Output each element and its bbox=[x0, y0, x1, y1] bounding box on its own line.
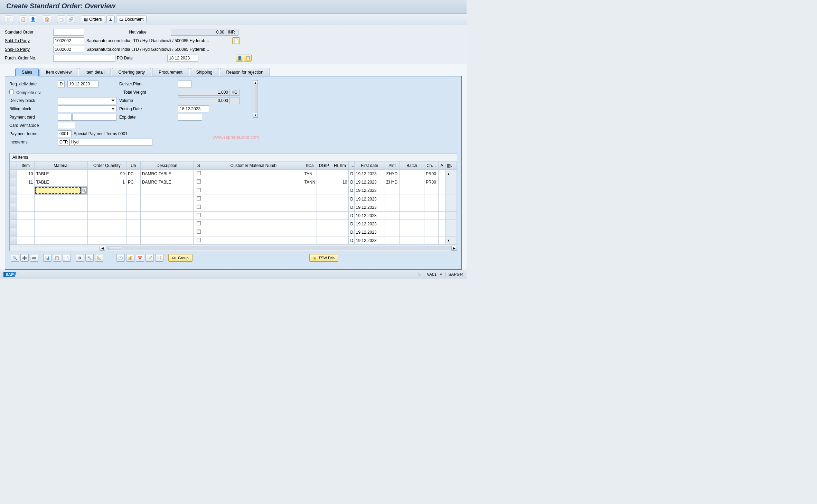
cell-cn[interactable] bbox=[424, 236, 438, 245]
card-verif-input[interactable] bbox=[58, 122, 75, 129]
cell-itca[interactable] bbox=[303, 203, 317, 212]
row-checkbox[interactable] bbox=[197, 221, 201, 225]
cell-description[interactable] bbox=[140, 195, 193, 203]
cell-item[interactable] bbox=[17, 195, 35, 203]
material-search-button[interactable]: 🔍 bbox=[81, 187, 87, 194]
row-checkbox[interactable] bbox=[197, 196, 201, 200]
row-checkbox[interactable] bbox=[197, 205, 201, 209]
cell-material[interactable] bbox=[35, 212, 87, 220]
cell-s[interactable] bbox=[194, 195, 204, 203]
cell-unit[interactable]: PC bbox=[126, 178, 141, 186]
cell-dgip[interactable] bbox=[317, 186, 331, 195]
cell-item[interactable] bbox=[17, 186, 35, 195]
payment-card-input2[interactable] bbox=[72, 114, 116, 121]
cell-itca[interactable] bbox=[303, 186, 317, 195]
cell-first-date[interactable]: 19.12.2023 bbox=[354, 220, 385, 228]
history-button[interactable]: 🕐 bbox=[116, 254, 125, 262]
tab-sales[interactable]: Sales bbox=[15, 68, 39, 76]
cell-customer-material[interactable] bbox=[204, 203, 303, 212]
cell-a[interactable] bbox=[438, 186, 445, 195]
cell-cn[interactable] bbox=[424, 212, 438, 220]
row-selector[interactable] bbox=[10, 186, 17, 195]
cell-dgip[interactable] bbox=[317, 220, 331, 228]
cell-a[interactable] bbox=[438, 203, 445, 212]
cell-material[interactable]: TABLE bbox=[35, 178, 87, 186]
cell-dgip[interactable] bbox=[317, 228, 331, 236]
cell-date-type[interactable]: D bbox=[349, 220, 354, 228]
cell-plant[interactable] bbox=[385, 212, 400, 220]
cell-batch[interactable] bbox=[400, 203, 424, 212]
table-row[interactable]: D19.12.2023 bbox=[10, 212, 457, 220]
cell-itca[interactable] bbox=[303, 220, 317, 228]
delivery-block-select[interactable] bbox=[58, 97, 116, 104]
costing-button[interactable]: 💰 bbox=[126, 254, 134, 262]
grid-col-14[interactable]: Cn… bbox=[424, 161, 438, 170]
cell-s[interactable] bbox=[194, 236, 204, 245]
cell-cn[interactable] bbox=[424, 186, 438, 195]
cell-item[interactable] bbox=[17, 203, 35, 212]
cell-material[interactable]: TABLE bbox=[35, 170, 87, 178]
cell-a[interactable] bbox=[438, 170, 445, 178]
cell-item[interactable]: 11 bbox=[17, 178, 35, 186]
item-detail2-button[interactable]: 📋 bbox=[53, 254, 61, 262]
cell-plant[interactable] bbox=[385, 228, 400, 236]
cell-itca[interactable] bbox=[303, 236, 317, 245]
cell-qty[interactable] bbox=[87, 228, 126, 236]
cell-s[interactable] bbox=[194, 170, 204, 178]
hscroll-right-button[interactable]: ▶ bbox=[451, 246, 457, 251]
item-detail3-button[interactable]: 📄 bbox=[63, 254, 71, 262]
row-checkbox[interactable] bbox=[197, 188, 201, 192]
cell-qty[interactable] bbox=[87, 212, 126, 220]
cell-hlitm[interactable] bbox=[331, 170, 349, 178]
cell-qty[interactable] bbox=[87, 220, 126, 228]
cell-batch[interactable] bbox=[400, 178, 424, 186]
cell-plant[interactable] bbox=[385, 220, 400, 228]
texts-button[interactable]: 📝 bbox=[145, 254, 154, 262]
cell-plant[interactable]: ZHYD bbox=[385, 178, 400, 186]
block-select-button[interactable]: ➖ bbox=[30, 254, 38, 262]
grid-col-4[interactable]: Description bbox=[140, 161, 193, 170]
table-row[interactable]: 11TABLE1PCDAMRO TABLETANN10D19.12.2023ZH… bbox=[10, 178, 457, 186]
grid-col-6[interactable]: Customer Material Numb bbox=[204, 161, 303, 170]
cell-plant[interactable] bbox=[385, 236, 400, 245]
grid-col-12[interactable]: Plnt bbox=[385, 161, 400, 170]
req-deliv-date-type[interactable] bbox=[58, 81, 65, 87]
cell-plant[interactable] bbox=[385, 203, 400, 212]
cell-unit[interactable] bbox=[126, 212, 141, 220]
cell-unit[interactable] bbox=[126, 236, 141, 245]
header-details-button[interactable]: 📋 bbox=[19, 16, 27, 23]
cell-first-date[interactable]: 19.12.2023 bbox=[354, 203, 385, 212]
group-button[interactable]: 🗂 Group bbox=[168, 254, 192, 262]
grid-col-11[interactable]: First date bbox=[354, 161, 385, 170]
cell-material[interactable] bbox=[35, 228, 87, 236]
cell-itca[interactable] bbox=[303, 228, 317, 236]
cell-qty[interactable] bbox=[87, 236, 126, 245]
cell-s[interactable] bbox=[194, 186, 204, 195]
cell-date-type[interactable]: D bbox=[349, 195, 354, 203]
grid-col-9[interactable]: HL Itm bbox=[331, 161, 349, 170]
hscroll-track[interactable] bbox=[106, 246, 451, 250]
cell-cn[interactable]: PR00 bbox=[424, 178, 438, 186]
complete-dlv-checkbox[interactable] bbox=[9, 90, 14, 94]
grid-col-1[interactable]: Material bbox=[35, 161, 87, 170]
cell-cn[interactable] bbox=[424, 203, 438, 212]
table-row[interactable]: D19.12.2023▼ bbox=[10, 236, 457, 245]
cell-itca[interactable] bbox=[303, 195, 317, 203]
po-date-input[interactable] bbox=[167, 55, 198, 62]
cell-date-type[interactable]: D bbox=[349, 178, 354, 186]
cell-batch[interactable] bbox=[400, 220, 424, 228]
incoterms-text-input[interactable] bbox=[69, 139, 152, 146]
cell-s[interactable] bbox=[194, 228, 204, 236]
material-input[interactable] bbox=[35, 187, 81, 194]
scroll-up-button[interactable]: ▲ bbox=[253, 80, 258, 85]
grid-col-8[interactable]: DGIP bbox=[317, 161, 331, 170]
cell-plant[interactable]: ZHYD bbox=[385, 170, 400, 178]
cell-dgip[interactable] bbox=[317, 195, 331, 203]
cell-qty[interactable] bbox=[87, 203, 126, 212]
cell-hlitm[interactable] bbox=[331, 195, 349, 203]
cell-qty[interactable]: 99 bbox=[87, 170, 126, 178]
cell-material[interactable] bbox=[35, 195, 87, 203]
doc-flow-button[interactable]: 📑 bbox=[57, 16, 65, 23]
orders-button[interactable]: ▦ Orders bbox=[81, 16, 105, 23]
cell-date-type[interactable]: D bbox=[349, 203, 354, 212]
